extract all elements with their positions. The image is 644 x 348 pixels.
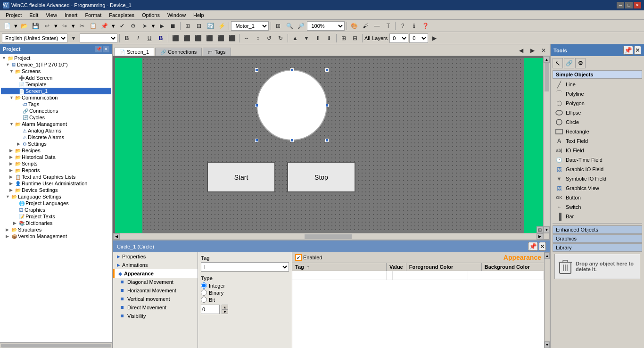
tree-item-add-screen[interactable]: ➕ Add Screen [1,75,111,81]
td-tag[interactable] [292,271,387,280]
tree-item-scripts[interactable]: ▶ 📂 Scripts [1,160,111,167]
tree-item-structures[interactable]: ▶ 📂 Structures [1,226,111,233]
radio-integer-input[interactable] [201,282,207,289]
tool-polyline[interactable]: ⌒ Polyline [553,89,642,99]
circle-object[interactable] [256,70,327,141]
tree-item-reports[interactable]: ▶ 📂 Reports [1,167,111,174]
tree-item-text-graphics[interactable]: ▶ 📋 Text and Graphics Lists [1,174,111,180]
tool-button[interactable]: OK Button [553,193,642,202]
italic-button[interactable]: I [133,33,143,43]
redo-button[interactable]: ↪ [59,21,70,31]
canvas-vscroll[interactable]: ▲ ▼ [543,56,550,233]
graphics-section[interactable]: Graphics [553,234,642,243]
layers-num1[interactable]: 0 [389,33,408,43]
tb-btn-5[interactable]: ⊞ [273,21,283,31]
tool-graphic-io[interactable]: 🖼 Graphic IO Field [553,165,642,174]
td-value[interactable] [387,271,393,280]
tb-btn-color[interactable]: 🎨 [349,21,359,31]
tab-tags[interactable]: 🏷 Tags [203,48,231,56]
tool-circle[interactable]: Circle [553,117,642,127]
menu-view[interactable]: View [42,11,61,19]
undo-button[interactable]: ↩ [42,21,52,31]
tree-item-connections[interactable]: 🔗 Connections [1,108,111,114]
flip-h-btn[interactable]: ↔ [241,33,252,43]
radio-binary[interactable]: Binary [201,290,289,296]
properties-close-btn[interactable]: ✕ [539,242,546,251]
tool-datetime[interactable]: 🕐 Date-Time Field [553,155,642,165]
hscroll-thumb[interactable] [305,234,352,239]
tools-close-btn[interactable]: ✕ [634,46,641,55]
cut-button[interactable]: ✂ [77,21,87,31]
delete-zone[interactable]: Drop any object here to delete it. [554,254,640,279]
tb-btn-2[interactable]: ⊟ [194,21,204,31]
tree-item-screens[interactable]: ▼ 📂 Screens [1,68,111,75]
rotate-btn[interactable]: ↺ [264,33,274,43]
align-top-btn[interactable]: ⬛ [204,33,215,43]
handle-top-left[interactable] [255,68,258,72]
align-mid-btn[interactable]: ⬛ [215,33,226,43]
vscroll-thumb[interactable] [545,63,549,91]
circle-container[interactable] [256,70,327,141]
rotate2-btn[interactable]: ↻ [275,33,286,43]
check-button[interactable]: ✔ [117,21,127,31]
menu-format[interactable]: Format [81,11,105,19]
tb-btn-text[interactable]: T [383,21,393,31]
handle-bottom-left[interactable] [255,139,258,142]
radio-bit-input[interactable] [201,297,207,303]
screen-canvas[interactable]: Start Stop [115,58,550,240]
radio-bit[interactable]: Bit [201,297,289,303]
properties-pin-btn[interactable]: 📌 [528,242,538,251]
transfer-button[interactable]: ➤ [140,21,150,31]
compile-button[interactable]: ⚙ [128,21,139,31]
td-bg[interactable] [468,271,544,280]
tree-item-communication[interactable]: ▼ 📂 Communication [1,94,111,101]
tree-item-recipes[interactable]: ▶ 📂 Recipes [1,147,111,154]
tool-rectangle[interactable]: Rectangle [553,127,642,136]
enabled-checkbox-box[interactable]: ✔ [295,254,302,261]
tree-item-analog-alarms[interactable]: ⚠ Analog Alarms [1,127,111,134]
tab-connections[interactable]: 🔗 Connections [155,48,202,56]
prop-appearance-item[interactable]: ◆ Appearance [113,269,198,278]
td-fg[interactable] [393,271,468,280]
tool-polygon[interactable]: ⬡ Polygon [553,99,642,108]
motor-dropdown[interactable]: Motor_1 [231,21,269,31]
menu-options[interactable]: Options [138,11,164,19]
group-btn2[interactable]: ⊟ [350,33,360,43]
project-close-btn[interactable]: ✕ [103,46,109,52]
radio-integer[interactable]: Integer [201,282,289,289]
vscroll-up-btn[interactable]: ▲ [544,56,550,63]
layers-expand[interactable]: ▶ [429,33,439,43]
hscroll-right-btn[interactable]: ▶ [537,233,543,240]
tool-ellipse[interactable]: Ellipse [553,108,642,117]
menu-edit[interactable]: Edit [25,11,42,19]
th-fg-color[interactable]: Foreground Color [406,263,482,271]
prop-diagonal-item[interactable]: Diagonal Movement [113,278,198,286]
menu-faceplates[interactable]: Faceplates [105,11,138,19]
menu-window[interactable]: Window [164,11,190,19]
enhanced-objects-section[interactable]: Enhanced Objects [553,225,642,234]
bold-button[interactable]: B [122,33,132,43]
tab-next-btn[interactable]: ▶ [527,45,537,56]
tree-item-graphics[interactable]: 🖼 Graphics [1,207,111,213]
prop-horizontal-item[interactable]: Horizontal Movement [113,286,198,295]
bit-value-input[interactable] [201,305,220,314]
canvas-hscroll[interactable]: ◀ ▶ [113,233,543,240]
project-pin-btn[interactable]: 📌 [95,46,102,52]
tree-item-device[interactable]: ▼ 🖥 Device_1(TP 270 10") [1,61,111,68]
tab-close-btn[interactable]: ✕ [538,45,549,56]
menu-help[interactable]: Help [190,11,208,19]
bold-b-button[interactable]: B [156,33,166,43]
tree-item-version[interactable]: ▶ 📦 Version Management [1,233,111,240]
tree-item-template[interactable]: 📄 Template [1,81,111,88]
bit-spinner-down[interactable]: ▼ [222,309,228,314]
tree-item-settings[interactable]: ▶ ⚙ Settings [1,141,111,147]
handle-top[interactable] [290,68,294,72]
tool-io-field[interactable]: ab| IO Field [553,146,642,155]
zoom-out-button[interactable]: 🔎 [296,21,306,31]
tree-item-historical[interactable]: ▶ 📂 Historical Data [1,154,111,160]
align-left-btn[interactable]: ⬛ [170,33,181,43]
handle-top-right[interactable] [325,68,329,72]
stop-sim-button[interactable]: ⏹ [168,21,178,31]
tree-item-project[interactable]: ▼ 📁 Project [1,55,111,61]
stop-button-object[interactable]: Stop [287,162,355,192]
